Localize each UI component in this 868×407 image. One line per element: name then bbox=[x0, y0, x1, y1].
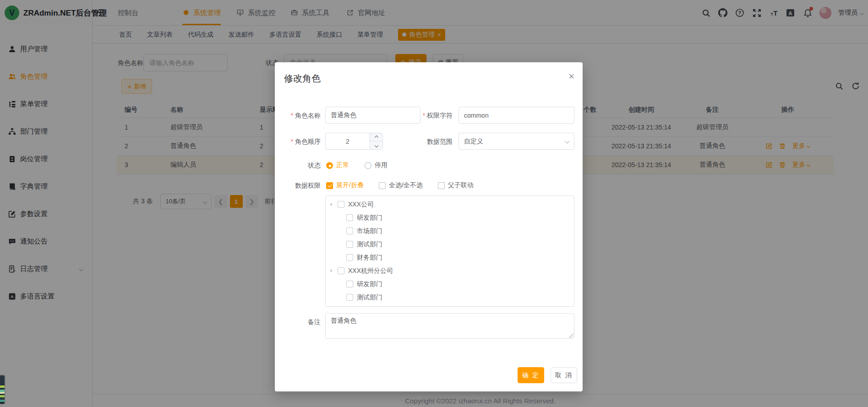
role-name-field[interactable] bbox=[325, 107, 420, 124]
caret-down-icon[interactable]: ▼ bbox=[328, 202, 334, 207]
remark-textarea[interactable]: 普通角色 bbox=[325, 313, 574, 339]
tree-node-checkbox[interactable] bbox=[338, 267, 344, 274]
role-order-label: 角色顺序 bbox=[284, 133, 321, 150]
tree-node-checkbox[interactable] bbox=[346, 254, 353, 261]
role-order-stepper[interactable]: 2 bbox=[325, 133, 383, 150]
tree-node-checkbox[interactable] bbox=[346, 214, 353, 221]
dialog-row-status: 状态 正常 停用 bbox=[284, 160, 574, 171]
app-screen: V ZRAdmin.NET后台管理 控制台 系统管理 系统监控 系统工具 官网地… bbox=[0, 0, 868, 407]
select-all-checkbox[interactable]: 全选/全不选 bbox=[379, 181, 423, 190]
stepper-up-button[interactable] bbox=[370, 133, 382, 141]
dialog-row-name: 角色名称 权限字符 bbox=[284, 107, 574, 124]
dialog-row-order: 角色顺序 2 数据范围 自定义 bbox=[284, 133, 574, 150]
tree-node-checkbox[interactable] bbox=[346, 294, 353, 301]
close-icon[interactable]: × bbox=[568, 71, 574, 81]
caret-down-icon[interactable]: ▼ bbox=[328, 269, 334, 273]
tree-node[interactable]: 测试部门 bbox=[326, 291, 574, 304]
tree-node-checkbox[interactable] bbox=[346, 281, 353, 288]
profiler-widget[interactable] bbox=[0, 375, 5, 404]
expand-collapse-checkbox[interactable]: 展开/折叠 bbox=[326, 181, 364, 190]
status-radio-normal[interactable]: 正常 bbox=[326, 161, 349, 169]
data-permission-label: 数据权限 bbox=[284, 180, 321, 198]
status-label: 状态 bbox=[284, 160, 321, 178]
tree-node[interactable]: 市场部门 bbox=[326, 224, 574, 238]
parent-child-link-checkbox[interactable]: 父子联动 bbox=[438, 181, 474, 190]
confirm-button[interactable]: 确 定 bbox=[518, 367, 544, 383]
tree-node-checkbox[interactable] bbox=[338, 201, 344, 208]
edit-role-dialog: 修改角色 × 角色名称 权限字符 角色顺序 2 数据范围 自定义 bbox=[275, 62, 583, 391]
permission-key-field[interactable] bbox=[459, 107, 574, 124]
tree-node-checkbox[interactable] bbox=[346, 241, 353, 248]
dialog-title: 修改角色 bbox=[284, 72, 321, 85]
role-name-label: 角色名称 bbox=[284, 107, 321, 124]
department-tree: ▼ XXX公司 研发部门 市场部门 bbox=[325, 195, 574, 307]
stepper-down-button[interactable] bbox=[370, 141, 382, 149]
remark-label: 备注 bbox=[284, 313, 321, 331]
status-radio-disabled[interactable]: 停用 bbox=[365, 161, 388, 169]
chevron-down-icon bbox=[565, 139, 570, 144]
dialog-footer: 确 定 取 消 bbox=[518, 367, 577, 383]
cancel-button[interactable]: 取 消 bbox=[551, 367, 577, 383]
data-scope-label: 数据范围 bbox=[420, 133, 453, 150]
tree-node[interactable]: ▼ XXX公司 bbox=[326, 198, 574, 211]
tree-node[interactable]: ▼ XXX杭州分公司 bbox=[326, 264, 574, 277]
tree-node[interactable]: 研发部门 bbox=[326, 211, 574, 224]
data-scope-select[interactable]: 自定义 bbox=[459, 133, 574, 150]
tree-node[interactable]: 财务部门 bbox=[326, 251, 574, 264]
tree-node[interactable]: 研发部门 bbox=[326, 277, 574, 291]
permission-key-label: 权限字符 bbox=[420, 107, 453, 124]
dialog-row-permissions: 数据权限 展开/折叠 全选/全不选 父子联动 bbox=[284, 180, 574, 191]
tree-node-checkbox[interactable] bbox=[346, 228, 353, 234]
tree-node[interactable]: 测试部门 bbox=[326, 238, 574, 251]
